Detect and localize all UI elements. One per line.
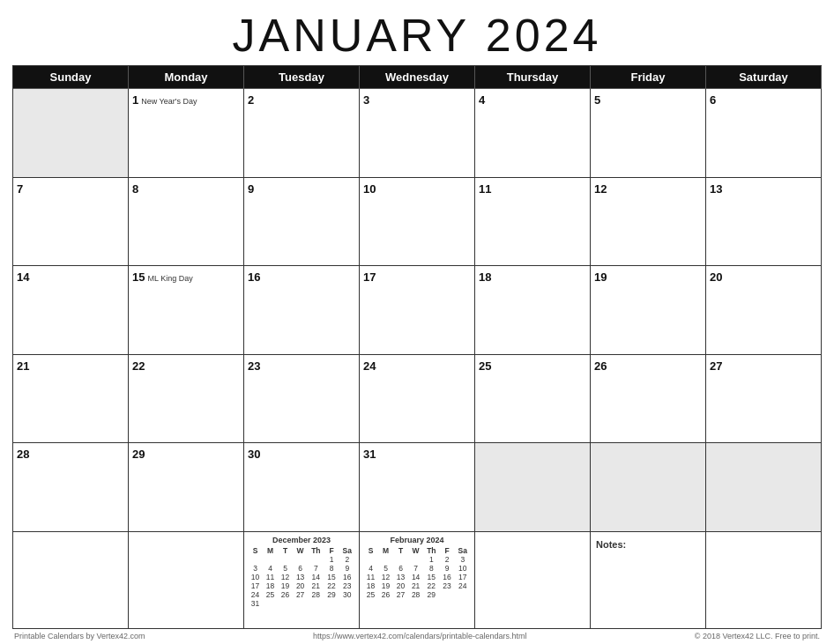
mini-feb-cell: 26 [378,590,393,599]
mini-dec-cell [248,555,263,564]
mini-dec-cell: 18 [263,581,278,590]
mini-dec-cell: 6 [293,564,308,573]
mini-dec-cell: 3 [248,564,263,573]
day-number: 5 [594,93,600,107]
day-number: 26 [594,359,607,373]
mini-dec-cell: 27 [293,590,308,599]
mini-dec-cell: 17 [248,581,263,590]
mini-dec-cell: 14 [308,573,324,581]
header-cell-wednesday: Wednesday [360,66,475,89]
mini-dec-header: S [248,546,263,555]
mini-dec-cell: 29 [324,590,339,599]
mini-feb-cell: 19 [378,581,393,590]
mini-dec-header: F [324,546,339,555]
mini-dec-cell: 16 [339,573,355,581]
mini-feb-cell: 3 [455,555,471,564]
mini-dec-cell: 11 [263,573,278,581]
header-cell-sunday: Sunday [13,66,129,89]
holiday-label: New Year's Day [141,97,197,106]
footer-right: © 2018 Vertex42 LLC. Free to print. [695,632,820,640]
mini-feb-cell: 27 [393,590,408,599]
mini-dec-cell: 5 [278,564,293,573]
day-number: 27 [710,359,722,373]
day-cell-empty [591,443,706,532]
mini-dec-cell: 12 [278,573,293,581]
mini-feb-cell: 18 [363,581,378,590]
mini-dec-cell: 7 [308,564,324,573]
day-number: 28 [17,448,29,461]
mini-feb-cell: 21 [408,581,423,590]
mini-feb-cell [455,590,471,599]
day-number: 2 [248,93,254,107]
mini-feb-cell: 8 [423,564,439,573]
mini-dec-header: T [278,546,293,555]
mini-feb-header: S [363,546,378,555]
week-row-1: 1New Year's Day23456 [13,89,822,178]
header-cell-tuesday: Tuesday [244,66,360,89]
day-number: 15 [132,270,145,284]
mini-calendar-feb: February 2024 SMTWThFSa 1234567891011121… [360,532,475,628]
mini-dec-cell: 20 [293,581,308,590]
mini-dec-cell: 24 [248,590,263,599]
day-cell-9: 9 [244,178,360,267]
header-cell-thursday: Thursday [475,66,591,89]
mini-dec-cell: 2 [339,555,355,564]
mini-dec-table: SMTWThFSa 123456789101112131415161718192… [248,546,355,608]
mini-dec-cell: 10 [248,573,263,581]
mini-feb-cell: 5 [378,564,393,573]
day-cell-4: 4 [475,89,591,178]
day-cell-23: 23 [244,355,360,444]
day-cell-27: 27 [706,355,822,444]
mini-dec-cell [278,555,293,564]
day-cell-30: 30 [244,443,360,532]
mini-dec-title: December 2023 [248,536,355,544]
mini-feb-cell [393,555,408,564]
day-cell-16: 16 [244,266,360,355]
calendar-title: JANUARY 2024 [12,9,822,62]
bottom-empty-4 [706,532,822,628]
mini-dec-cell: 30 [339,590,355,599]
mini-dec-cell [308,599,324,608]
day-cell-14: 14 [13,266,129,355]
day-number: 20 [710,270,722,284]
day-cell-24: 24 [360,355,475,444]
day-cell-28: 28 [13,443,129,532]
mini-feb-cell [363,555,378,564]
mini-dec-cell [293,555,308,564]
mini-dec-cell [263,599,278,608]
day-number: 7 [17,182,23,196]
mini-feb-header: W [408,546,423,555]
mini-feb-cell: 12 [378,573,393,581]
day-cell-6: 6 [706,89,822,178]
day-cell-empty [13,89,129,178]
header-cell-friday: Friday [591,66,706,89]
mini-dec-cell: 8 [324,564,339,573]
mini-feb-cell: 29 [423,590,439,599]
notes-cell: Notes: [591,532,706,628]
mini-dec-header: Sa [339,546,355,555]
mini-feb-header: M [378,546,393,555]
mini-dec-cell: 26 [278,590,293,599]
header-cell-monday: Monday [129,66,244,89]
mini-dec-cell: 9 [339,564,355,573]
mini-dec-cell: 4 [263,564,278,573]
mini-dec-cell: 22 [324,581,339,590]
day-number: 14 [17,270,29,284]
day-number: 21 [17,359,29,373]
mini-dec-cell: 25 [263,590,278,599]
bottom-empty-3 [475,532,591,628]
mini-dec-cell: 21 [308,581,324,590]
day-cell-2: 2 [244,89,360,178]
mini-dec-cell: 31 [248,599,263,608]
day-cell-18: 18 [475,266,591,355]
mini-feb-cell: 14 [408,573,423,581]
day-number: 31 [363,448,376,461]
mini-feb-cell: 15 [423,573,439,581]
calendar-page: JANUARY 2024 SundayMondayTuesdayWednesda… [0,0,834,644]
mini-dec-cell [293,599,308,608]
day-cell-21: 21 [13,355,129,444]
day-cell-5: 5 [591,89,706,178]
day-cell-15: 15ML King Day [129,266,244,355]
day-cell-12: 12 [591,178,706,267]
mini-feb-cell: 23 [440,581,455,590]
